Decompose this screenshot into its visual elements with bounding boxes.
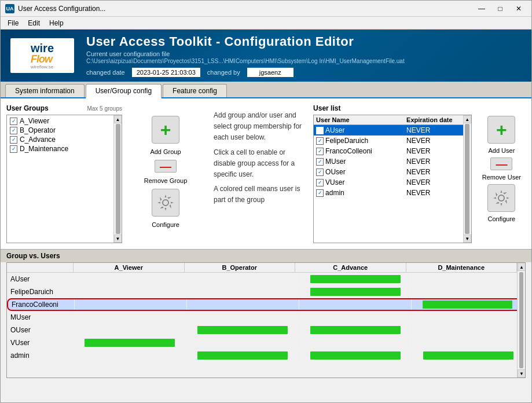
gvs-cell-muser-b-operator[interactable] (186, 311, 299, 323)
gvs-cell-vuser-b-operator[interactable] (186, 336, 299, 349)
changed-date-value: 2023-01-25 21:03:03 (132, 68, 200, 77)
list-item[interactable]: ✓ D_Maintenance (8, 144, 120, 153)
maximize-button[interactable]: □ (492, 3, 508, 14)
menu-help[interactable]: Help (45, 18, 68, 28)
gvs-green-admin-d (423, 351, 513, 360)
user-row-francocolleoni[interactable]: ✓ FrancoColleoni NEVER (314, 146, 471, 156)
gvs-green-admin-c (310, 351, 400, 360)
gvs-scroll-thumb[interactable] (519, 272, 523, 368)
user-row-ouser[interactable]: ✓ OUser NEVER (314, 167, 471, 177)
gvs-cell-francocolleoni-a-viewer[interactable] (75, 299, 187, 310)
user-row-vuser[interactable]: ✓ VUser NEVER (314, 177, 471, 188)
gvs-cell-admin-a-viewer[interactable] (74, 349, 186, 361)
logo-box: wire Flow wireflow.se (10, 38, 74, 73)
gvs-cell-muser-a-viewer[interactable] (74, 311, 186, 323)
user-checkbox-auser[interactable]: ✓ (316, 127, 324, 134)
user-checkbox-admin[interactable]: ✓ (316, 189, 324, 197)
user-checkbox-muser[interactable]: ✓ (316, 158, 324, 166)
list-item[interactable]: ✓ C_Advance (8, 135, 120, 144)
user-cell-auser-expiry: NEVER (406, 126, 471, 134)
remove-user-button[interactable]: — (490, 157, 512, 170)
gvs-cell-admin-d-maintenance[interactable] (412, 349, 525, 361)
configure-group-icon (156, 193, 175, 212)
gvs-cell-francocolleoni-d-maintenance[interactable] (412, 299, 524, 310)
gvs-cell-muser-d-maintenance[interactable] (412, 311, 525, 323)
remove-group-button[interactable]: — (155, 160, 177, 173)
gvs-header-a-viewer: A_Viewer (74, 263, 185, 272)
group-checkbox-a-viewer[interactable]: ✓ (10, 118, 17, 125)
list-item[interactable]: ✓ B_Operator (8, 126, 120, 135)
gvs-cell-francocolleoni-c-advance[interactable] (299, 299, 412, 310)
gvs-cell-auser-b-operator[interactable] (186, 273, 299, 285)
user-scroll-up[interactable]: ▲ (463, 115, 471, 123)
tab-system-information[interactable]: System information (5, 84, 85, 97)
gvs-cell-ouser-c-advance[interactable] (299, 324, 412, 336)
gvs-cell-felipedaruich-b-operator[interactable] (186, 285, 299, 298)
gvs-row-vuser[interactable]: VUser (7, 336, 525, 349)
gvs-cell-vuser-d-maintenance[interactable] (412, 336, 525, 349)
gvs-cell-auser-d-maintenance[interactable] (412, 273, 525, 285)
gvs-cell-francocolleoni-b-operator[interactable] (187, 299, 299, 310)
gvs-row-admin[interactable]: admin (7, 349, 525, 362)
list-item[interactable]: ✓ A_Viewer (8, 116, 120, 126)
user-scroll-down[interactable]: ▼ (463, 235, 471, 243)
minimize-button[interactable]: — (474, 3, 490, 14)
gvs-cell-felipedaruich-d-maintenance[interactable] (412, 285, 525, 298)
header-title-area: User Access Toolkit - Configuration Edit… (86, 34, 524, 77)
gvs-cell-vuser-a-viewer[interactable] (74, 336, 186, 349)
group-checkbox-d-maintenance[interactable]: ✓ (10, 145, 17, 153)
add-group-button[interactable]: + (152, 116, 179, 144)
logo-flow: Flow (31, 54, 52, 64)
gvs-cell-admin-c-advance[interactable] (299, 349, 412, 361)
user-scroll-thumb[interactable] (465, 124, 469, 234)
groups-scrollbar[interactable]: ▲ ▼ (113, 115, 122, 243)
gvs-row-muser[interactable]: MUser (7, 311, 525, 324)
gvs-scroll-up[interactable]: ▲ (518, 263, 526, 271)
user-checkbox-vuser[interactable]: ✓ (316, 179, 324, 186)
user-list-scrollbar[interactable]: ▲ ▼ (463, 115, 471, 243)
tab-user-group-config[interactable]: User/Group config (86, 84, 162, 98)
scroll-thumb[interactable] (116, 124, 120, 234)
gvs-cell-admin-b-operator[interactable] (186, 349, 299, 361)
gvs-cell-ouser-b-operator[interactable] (186, 324, 299, 336)
group-checkbox-b-operator[interactable]: ✓ (10, 127, 17, 134)
menu-edit[interactable]: Edit (23, 18, 45, 28)
add-user-button[interactable]: + (487, 116, 515, 144)
gvs-row-felipedaruich[interactable]: FelipeDaruich (7, 285, 525, 298)
tab-feature-config[interactable]: Feature config (163, 84, 227, 97)
user-checkbox-felipedaruich[interactable]: ✓ (316, 137, 324, 145)
gvs-green-ouser-b (197, 326, 287, 334)
group-checkbox-c-advance[interactable]: ✓ (10, 136, 17, 144)
gvs-scrollbar[interactable]: ▲ ▼ (517, 263, 525, 378)
scroll-down-arrow[interactable]: ▼ (114, 235, 122, 243)
gvs-row-ouser[interactable]: OUser (7, 324, 525, 336)
gvs-cell-auser-c-advance[interactable] (299, 273, 412, 285)
configure-group-button[interactable] (152, 189, 179, 217)
gvs-cell-auser-a-viewer[interactable] (74, 273, 186, 285)
user-row-admin[interactable]: ✓ admin NEVER (314, 188, 471, 198)
user-cell-vuser-name: ✓ VUser (314, 178, 406, 186)
gvs-cell-felipedaruich-a-viewer[interactable] (74, 285, 186, 298)
gvs-cell-vuser-c-advance[interactable] (299, 336, 412, 349)
user-groups-header: User Groups Max 5 groups (6, 104, 122, 112)
user-checkbox-ouser[interactable]: ✓ (316, 168, 324, 176)
user-row-auser[interactable]: ✓ AUser NEVER (314, 125, 471, 135)
close-button[interactable]: ✕ (511, 3, 527, 14)
gvs-row-auser[interactable]: AUser (7, 273, 525, 285)
gvs-scroll-down[interactable]: ▼ (518, 369, 526, 378)
gvs-cell-ouser-d-maintenance[interactable] (412, 324, 525, 336)
user-row-muser[interactable]: ✓ MUser NEVER (314, 156, 471, 167)
user-checkbox-francocolleoni[interactable]: ✓ (316, 148, 324, 155)
gvs-cell-muser-c-advance[interactable] (299, 311, 412, 323)
gvs-cell-ouser-a-viewer[interactable] (74, 324, 186, 336)
user-list-header: User list (313, 104, 472, 112)
gvs-cell-felipedaruich-c-advance[interactable] (299, 285, 412, 298)
menu-file[interactable]: File (3, 18, 23, 28)
configure-user-button[interactable] (487, 184, 515, 212)
tab-bar: System information User/Group config Fea… (1, 82, 531, 98)
user-row-felipedaruich[interactable]: ✓ FelipeDaruich NEVER (314, 135, 471, 146)
gvs-cell-felipedaruich-name: FelipeDaruich (7, 285, 74, 298)
header-filepath: C:\Users\aizpizua\Documents\Proyectos\31… (86, 58, 524, 64)
gvs-row-francocolleoni[interactable]: FrancoColleoni (7, 298, 525, 311)
scroll-up-arrow[interactable]: ▲ (114, 115, 122, 123)
